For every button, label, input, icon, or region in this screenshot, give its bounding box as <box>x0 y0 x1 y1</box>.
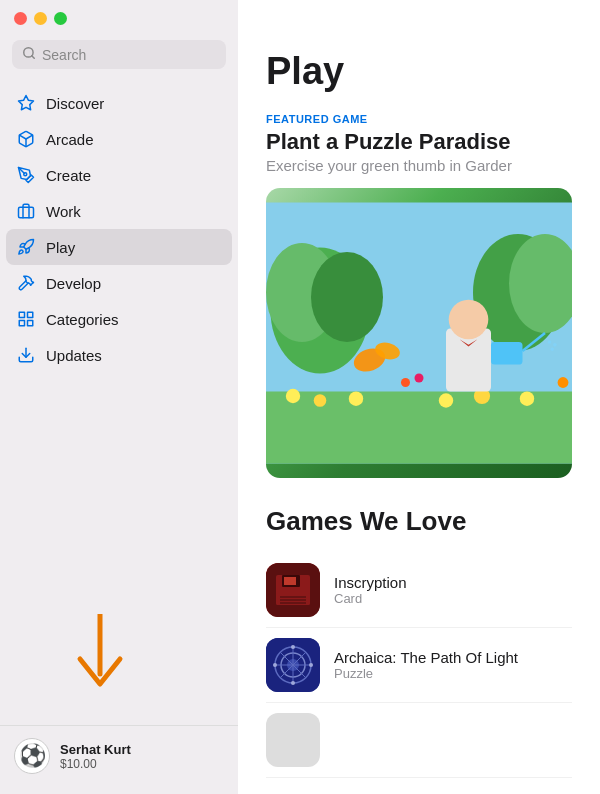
svg-point-56 <box>273 663 277 667</box>
svg-point-24 <box>520 392 534 406</box>
sidebar-item-create[interactable]: Create <box>6 157 232 193</box>
svg-rect-7 <box>28 312 33 317</box>
svg-point-34 <box>553 343 557 347</box>
user-info: Serhat Kurt $10.00 <box>60 742 131 771</box>
briefcase-icon <box>16 201 36 221</box>
svg-rect-29 <box>491 342 523 365</box>
game-list: Inscryption Card <box>266 553 572 778</box>
svg-point-36 <box>401 378 410 387</box>
games-we-love-title: Games We Love <box>266 506 572 537</box>
archaica-genre: Puzzle <box>334 666 572 681</box>
svg-point-15 <box>311 252 383 342</box>
traffic-lights <box>14 12 67 25</box>
svg-rect-9 <box>28 321 33 326</box>
svg-point-4 <box>24 173 27 176</box>
avatar: ⚽ <box>14 738 50 774</box>
hammer-icon <box>16 273 36 293</box>
inscryption-icon <box>266 563 320 617</box>
main-content: Play FEATURED GAME Plant a Puzzle Paradi… <box>238 0 600 794</box>
grid-icon <box>16 309 36 329</box>
svg-marker-2 <box>19 96 34 110</box>
sidebar-item-label: Play <box>46 239 75 256</box>
game-item-placeholder[interactable] <box>266 703 572 778</box>
svg-line-1 <box>32 56 35 59</box>
sidebar-item-discover[interactable]: Discover <box>6 85 232 121</box>
svg-point-32 <box>548 340 552 344</box>
user-name: Serhat Kurt <box>60 742 131 757</box>
search-placeholder: Search <box>42 47 86 63</box>
user-profile[interactable]: ⚽ Serhat Kurt $10.00 <box>0 725 238 794</box>
svg-rect-5 <box>19 207 34 218</box>
sidebar-item-label: Categories <box>46 311 119 328</box>
svg-rect-8 <box>19 321 24 326</box>
featured-label: FEATURED GAME <box>266 113 572 125</box>
page-title: Play <box>266 50 572 93</box>
sidebar-item-categories[interactable]: Categories <box>6 301 232 337</box>
inscryption-info: Inscryption Card <box>334 574 572 606</box>
inscryption-genre: Card <box>334 591 572 606</box>
sidebar-item-label: Updates <box>46 347 102 364</box>
sidebar-item-label: Work <box>46 203 81 220</box>
sidebar-item-label: Develop <box>46 275 101 292</box>
close-button[interactable] <box>14 12 27 25</box>
sidebar-item-label: Create <box>46 167 91 184</box>
placeholder-icon <box>266 713 320 767</box>
arrow-indicator <box>70 614 130 694</box>
sidebar-item-develop[interactable]: Develop <box>6 265 232 301</box>
archaica-icon <box>266 638 320 692</box>
svg-rect-6 <box>19 312 24 317</box>
game-item-archaica[interactable]: Archaica: The Path Of Light Puzzle <box>266 628 572 703</box>
pencil-icon <box>16 165 36 185</box>
featured-image[interactable] <box>266 188 572 478</box>
svg-point-54 <box>291 645 295 649</box>
svg-point-19 <box>286 389 300 403</box>
svg-point-33 <box>550 347 554 351</box>
sidebar-item-label: Arcade <box>46 131 94 148</box>
game-item-inscryption[interactable]: Inscryption Card <box>266 553 572 628</box>
download-icon <box>16 345 36 365</box>
svg-point-20 <box>314 394 327 407</box>
rocket-icon <box>16 237 36 257</box>
arcade-icon <box>16 129 36 149</box>
sidebar-item-label: Discover <box>46 95 104 112</box>
maximize-button[interactable] <box>54 12 67 25</box>
search-icon <box>22 46 36 63</box>
sidebar-item-updates[interactable]: Updates <box>6 337 232 373</box>
svg-rect-41 <box>284 577 296 585</box>
svg-point-55 <box>291 681 295 685</box>
user-balance: $10.00 <box>60 757 131 771</box>
sidebar-item-play[interactable]: Play <box>6 229 232 265</box>
garden-scene <box>266 188 572 478</box>
featured-title: Plant a Puzzle Paradise <box>266 129 572 155</box>
svg-point-22 <box>439 393 453 407</box>
sidebar-item-work[interactable]: Work <box>6 193 232 229</box>
sidebar: Search Discover Arcade <box>0 0 238 794</box>
featured-description: Exercise your green thumb in Garder <box>266 157 572 174</box>
archaica-info: Archaica: The Path Of Light Puzzle <box>334 649 572 681</box>
inscryption-name: Inscryption <box>334 574 572 591</box>
svg-point-21 <box>349 392 363 406</box>
svg-point-57 <box>309 663 313 667</box>
star-icon <box>16 93 36 113</box>
archaica-name: Archaica: The Path Of Light <box>334 649 572 666</box>
svg-point-37 <box>558 377 569 388</box>
svg-point-28 <box>449 300 489 340</box>
svg-point-35 <box>415 374 424 383</box>
search-bar[interactable]: Search <box>12 40 226 69</box>
minimize-button[interactable] <box>34 12 47 25</box>
sidebar-item-arcade[interactable]: Arcade <box>6 121 232 157</box>
